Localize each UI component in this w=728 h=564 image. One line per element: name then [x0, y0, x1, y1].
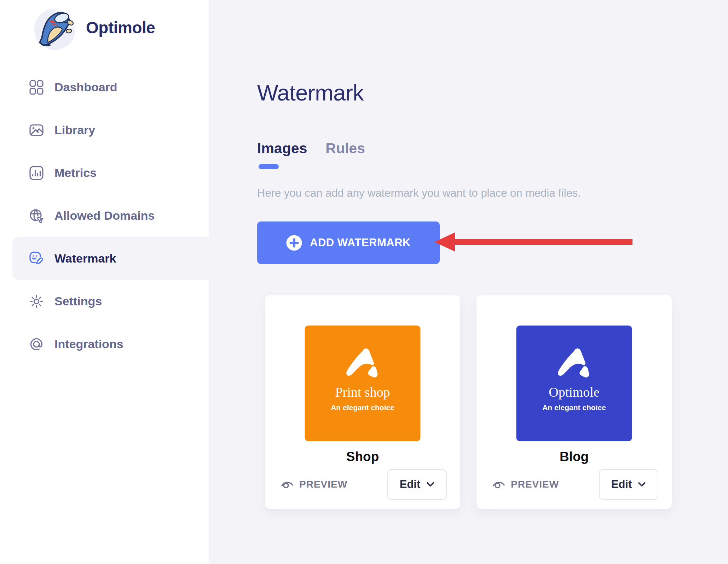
- tile-title: Optimole: [549, 384, 600, 400]
- watermark-name: Shop: [265, 449, 460, 464]
- edit-button[interactable]: Edit: [387, 469, 447, 500]
- tile-subtitle: An elegant choice: [542, 403, 606, 412]
- sidebar-item-dashboard[interactable]: Dashboard: [0, 66, 209, 109]
- optimole-a-mark-icon: [343, 345, 382, 382]
- gear-icon: [28, 293, 45, 310]
- sidebar-item-settings[interactable]: Settings: [0, 280, 209, 323]
- card-footer: PREVIEW Edit: [281, 469, 447, 500]
- dashboard-icon: [28, 79, 45, 96]
- at-sign-icon: [28, 336, 45, 352]
- tab-rules[interactable]: Rules: [325, 140, 365, 157]
- watermark-card-blog: Optimole An elegant choice Blog PREVIEW …: [476, 295, 672, 509]
- preview-button[interactable]: PREVIEW: [281, 479, 347, 490]
- sidebar-item-label: Library: [54, 123, 95, 137]
- optimole-app: Optimole Dashboard Library: [0, 0, 728, 564]
- sidebar-item-watermark[interactable]: Watermark: [12, 237, 209, 280]
- eye-icon: [492, 479, 505, 490]
- plus-circle-icon: [286, 235, 302, 251]
- optimole-mole-logo: [30, 4, 78, 52]
- brand: Optimole: [30, 4, 155, 52]
- tab-images[interactable]: Images: [257, 140, 307, 157]
- library-icon: [28, 122, 45, 138]
- tile-subtitle: An elegant choice: [331, 403, 394, 412]
- watermark-card-shop: Print shop An elegant choice Shop PREVIE…: [265, 295, 460, 509]
- sidebar-item-library[interactable]: Library: [0, 109, 209, 151]
- sidebar-item-label: Dashboard: [54, 80, 117, 94]
- sidebar-item-label: Settings: [54, 294, 102, 308]
- preview-button[interactable]: PREVIEW: [492, 479, 559, 490]
- globe-cursor-icon: [28, 208, 45, 224]
- add-watermark-label: ADD WATERMARK: [310, 236, 411, 249]
- sidebar-item-label: Metrics: [54, 166, 97, 180]
- sidebar-item-label: Allowed Domains: [54, 209, 155, 223]
- sidebar-item-allowed-domains[interactable]: Allowed Domains: [0, 194, 209, 237]
- preview-label: PREVIEW: [299, 479, 347, 490]
- sidebar-item-label: Integrations: [54, 337, 123, 351]
- tile-title: Print shop: [335, 384, 390, 400]
- chevron-down-icon: [426, 482, 434, 487]
- main-content: Watermark Images Rules Here you can add …: [209, 0, 728, 564]
- tab-bar: Images Rules: [257, 140, 365, 157]
- metrics-icon: [28, 165, 45, 181]
- sidebar: Optimole Dashboard Library: [0, 0, 209, 564]
- page-title: Watermark: [257, 80, 364, 105]
- eye-icon: [281, 479, 294, 490]
- edit-label: Edit: [400, 478, 421, 491]
- watermark-face-pencil-icon: [28, 251, 45, 267]
- optimole-a-mark-icon: [554, 345, 594, 382]
- sidebar-nav: Dashboard Library M: [0, 66, 209, 366]
- edit-button[interactable]: Edit: [599, 469, 658, 500]
- brand-name: Optimole: [86, 18, 155, 37]
- sidebar-item-integrations[interactable]: Integrations: [0, 323, 209, 366]
- chevron-down-icon: [638, 482, 646, 487]
- sidebar-item-label: Watermark: [54, 252, 116, 265]
- add-watermark-button[interactable]: ADD WATERMARK: [257, 221, 440, 264]
- active-tab-underline: [259, 164, 279, 169]
- edit-label: Edit: [611, 478, 632, 491]
- watermark-name: Blog: [476, 449, 672, 464]
- watermark-tile-image: Optimole An elegant choice: [516, 326, 632, 441]
- watermark-tile-image: Print shop An elegant choice: [305, 326, 421, 441]
- page-description: Here you can add any watermark you want …: [257, 187, 581, 200]
- card-footer: PREVIEW Edit: [492, 469, 658, 500]
- sidebar-item-metrics[interactable]: Metrics: [0, 151, 209, 194]
- red-arrow-annotation: [434, 231, 632, 253]
- preview-label: PREVIEW: [511, 479, 559, 490]
